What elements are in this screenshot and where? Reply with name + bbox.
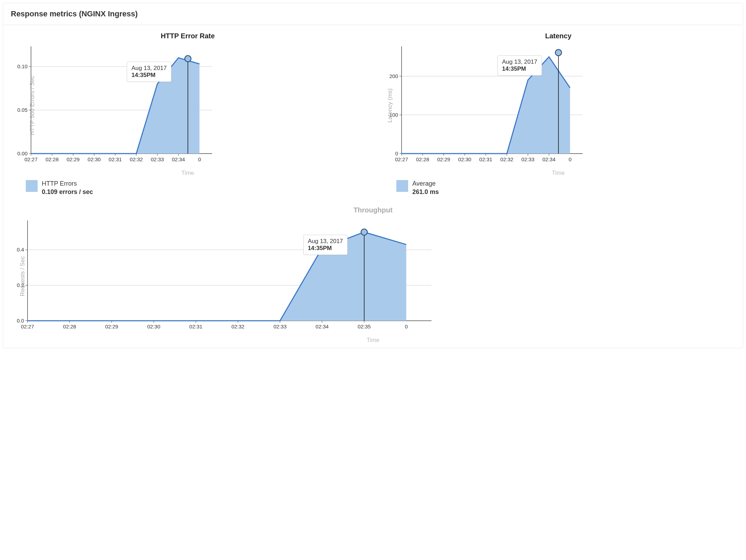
svg-text:02:29: 02:29 [67,156,80,162]
y-axis-label: Requests / Sec [19,256,26,296]
legend-row: HTTP Errors 0.109 errors / sec Average 2… [7,177,739,203]
svg-text:02:28: 02:28 [416,156,429,162]
svg-text:02:27: 02:27 [24,156,38,162]
tooltip-date: Aug 13, 2017 [131,65,166,72]
chart-svg: 0.00.20.402:2702:2802:2902:3002:3102:320… [7,216,435,335]
svg-text:0: 0 [395,150,398,156]
chart-latency: Latency Latency (ms) 010020002:2702:2802… [377,29,739,177]
svg-text:02:29: 02:29 [437,156,450,162]
chart-plot-area[interactable]: Latency (ms) 010020002:2702:2802:2902:30… [377,42,739,169]
chart-title: Throughput [7,203,739,216]
svg-text:02:27: 02:27 [21,324,34,329]
svg-text:02:34: 02:34 [172,156,185,162]
svg-point-29 [185,56,191,62]
svg-text:02:32: 02:32 [130,156,143,162]
chart-plot-area[interactable]: HTTP 500 Errors / Sec 0.000.050.1002:270… [7,42,369,169]
legend-swatch [396,180,408,192]
chart-tooltip: Aug 13, 2017 14:35PM [127,62,171,82]
chart-svg: 0.000.050.1002:2702:2802:2902:3002:3102:… [7,42,216,168]
svg-text:02:28: 02:28 [63,324,76,329]
tooltip-date: Aug 13, 2017 [308,238,343,245]
svg-text:0.0: 0.0 [17,318,24,324]
svg-text:02:30: 02:30 [88,156,101,162]
svg-text:02:29: 02:29 [105,324,118,329]
svg-text:02:33: 02:33 [521,156,535,162]
svg-text:02:33: 02:33 [273,324,287,329]
svg-text:02:28: 02:28 [46,156,59,162]
chart-tooltip: Aug 13, 2017 14:35PM [303,235,348,255]
top-row: HTTP Error Rate HTTP 500 Errors / Sec 0.… [7,29,739,177]
chart-plot-area[interactable]: Requests / Sec 0.00.20.402:2702:2802:290… [7,216,739,336]
x-axis-label: Time [7,170,369,177]
response-metrics-panel: Response metrics (NGINX Ingress) HTTP Er… [3,3,743,348]
legend-label: Average [412,179,439,188]
chart-throughput: Throughput Requests / Sec 0.00.20.402:27… [7,203,739,344]
legend-label: HTTP Errors [42,179,93,188]
legend-value: 261.0 ms [412,188,439,196]
x-axis-label: Time [377,170,739,177]
tooltip-time: 14:35PM [131,72,166,79]
tooltip-date: Aug 13, 2017 [502,59,537,65]
svg-text:02:31: 02:31 [109,156,122,162]
svg-text:0: 0 [198,156,201,162]
svg-text:02:30: 02:30 [458,156,472,162]
svg-text:02:31: 02:31 [189,324,203,329]
tooltip-time: 14:35PM [308,245,343,252]
chart-svg: 010020002:2702:2802:2902:3002:3102:3202:… [377,42,586,168]
svg-text:0.05: 0.05 [17,107,28,113]
tooltip-time: 14:35PM [502,65,537,72]
svg-point-91 [361,229,367,235]
legend-swatch [26,180,38,192]
legend-item-errors: HTTP Errors 0.109 errors / sec [26,179,93,196]
y-axis-label: HTTP 500 Errors / Sec [29,76,36,135]
svg-text:0.00: 0.00 [17,150,28,156]
svg-text:0.4: 0.4 [17,247,24,252]
svg-text:02:33: 02:33 [151,156,164,162]
svg-text:02:32: 02:32 [231,324,244,329]
svg-text:02:34: 02:34 [316,324,329,329]
svg-text:200: 200 [389,73,398,79]
svg-text:02:35: 02:35 [358,324,371,329]
svg-text:0.10: 0.10 [17,63,28,69]
chart-title: Latency [377,29,739,42]
y-axis-label: Latency (ms) [387,88,394,123]
chart-error-rate: HTTP Error Rate HTTP 500 Errors / Sec 0.… [7,29,369,177]
svg-text:02:34: 02:34 [542,156,555,162]
svg-text:02:31: 02:31 [479,156,492,162]
svg-point-59 [555,49,561,56]
panel-title: Response metrics (NGINX Ingress) [3,3,743,25]
panel-body: HTTP Error Rate HTTP 500 Errors / Sec 0.… [3,25,743,348]
svg-text:02:32: 02:32 [500,156,514,162]
svg-text:02:27: 02:27 [395,156,408,162]
x-axis-label: Time [7,337,739,344]
svg-text:0: 0 [569,156,572,162]
chart-tooltip: Aug 13, 2017 14:35PM [497,55,542,76]
svg-text:02:30: 02:30 [147,324,161,329]
legend-value: 0.109 errors / sec [42,188,93,196]
chart-title: HTTP Error Rate [7,29,369,42]
legend-item-latency: Average 261.0 ms [396,179,439,196]
svg-text:0: 0 [405,324,408,329]
